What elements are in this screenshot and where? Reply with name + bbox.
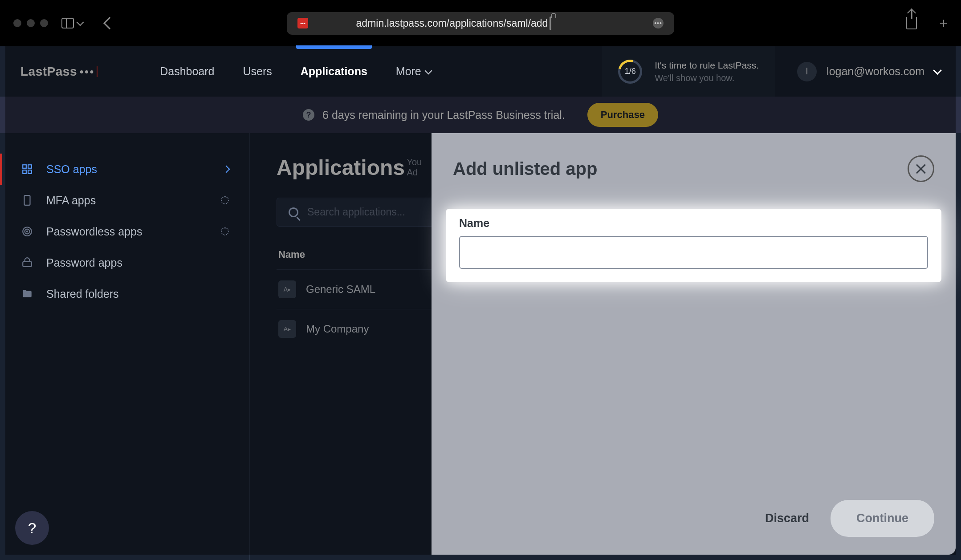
url-text: admin.lastpass.com/applications/saml/add [314,17,593,29]
favicon: ••• [297,18,308,28]
sidebar-item-label: Password apps [46,256,122,269]
sidebar-item-sso-apps[interactable]: SSO apps [0,154,249,185]
discard-button[interactable]: Discard [765,511,809,525]
help-fab[interactable]: ? [15,511,49,545]
status-dot-icon [221,227,229,235]
sidebar-item-shared-folders[interactable]: Shared folders [0,278,249,309]
sidebar-item-passwordless-apps[interactable]: Passwordless apps [0,216,249,247]
nav-more[interactable]: More [396,47,431,96]
progress-counter: 1/6 [625,67,636,76]
close-window[interactable] [13,19,21,27]
name-input[interactable] [459,236,928,269]
svg-point-8 [27,231,28,232]
sidebar-item-label: SSO apps [46,163,97,176]
modal-title: Add unlisted app [453,159,597,179]
window-controls [13,19,48,27]
minimize-window[interactable] [27,19,35,27]
svg-rect-0 [23,165,26,168]
grid-icon [20,162,34,176]
lock-icon [550,16,551,30]
name-label: Name [459,217,928,230]
continue-button[interactable]: Continue [831,500,934,537]
back-button[interactable] [103,17,116,29]
mobile-icon [20,194,34,207]
key-icon [20,256,34,269]
sidebar-item-label: MFA apps [46,194,96,207]
browser-toolbar: ••• admin.lastpass.com/applications/saml… [0,0,961,46]
svg-rect-4 [24,195,30,205]
svg-rect-2 [23,170,26,174]
sidebar-item-mfa-apps[interactable]: MFA apps [0,185,249,216]
progress-ring-icon: 1/6 [618,60,642,84]
maximize-window[interactable] [40,19,48,27]
close-button[interactable] [908,155,934,182]
svg-rect-1 [28,165,32,168]
share-icon[interactable] [906,17,917,29]
chevron-right-icon [223,166,230,173]
add-unlisted-app-modal: Add unlisted app Name Discard Continue [432,133,956,555]
sidebar-toggle[interactable] [61,18,83,28]
status-dot-icon [221,196,229,204]
nav-applications[interactable]: Applications [301,47,367,96]
sidebar-item-password-apps[interactable]: Password apps [0,247,249,278]
address-bar[interactable]: ••• admin.lastpass.com/applications/saml… [287,12,674,35]
svg-rect-3 [28,170,32,174]
new-tab-button[interactable]: + [939,15,948,32]
nav-users[interactable]: Users [243,47,272,96]
nav-dashboard[interactable]: Dashboard [160,47,214,96]
search-icon [289,207,298,217]
chevron-down-icon [77,19,84,26]
sidebar-item-label: Passwordless apps [46,225,142,238]
name-field-group: Name [446,209,941,282]
fingerprint-icon [20,225,34,238]
sidebar-icon [61,18,74,28]
svg-rect-9 [23,262,32,267]
page-settings[interactable]: ••• [653,18,664,28]
folder-icon [20,287,34,300]
sidebar-item-label: Shared folders [46,288,119,300]
